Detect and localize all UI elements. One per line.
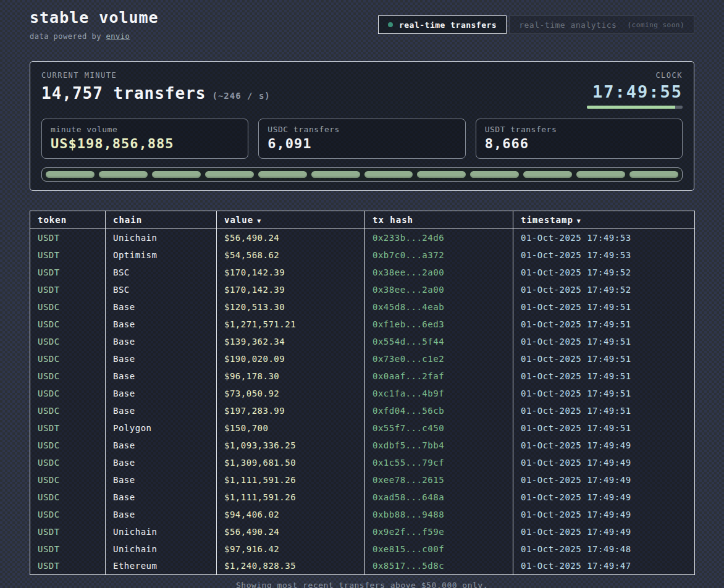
powered-by: data powered by envio — [30, 32, 159, 41]
transfers-rate: (~246 / s) — [212, 91, 270, 101]
table-row: USDCBase$197,283.990xfd04...56cb01-Oct-2… — [30, 402, 695, 419]
cell-timestamp: 01-Oct-2025 17:49:51 — [513, 333, 695, 350]
table-row: USDCBase$1,111,591.260xad58...648a01-Oct… — [30, 489, 695, 506]
cell-tx-hash[interactable]: 0xee78...2615 — [365, 471, 513, 489]
cell-tx-hash[interactable]: 0xf1eb...6ed3 — [365, 316, 513, 333]
clock-progress — [587, 106, 683, 109]
clock-block: CLOCK 17:49:55 — [587, 71, 683, 109]
cell-token: USDC — [30, 298, 106, 316]
cell-value: $1,093,336.25 — [217, 437, 365, 454]
coming-soon-badge: (coming soon) — [627, 21, 684, 29]
cell-token: USDC — [30, 385, 106, 402]
cell-chain: Base — [106, 402, 217, 419]
cell-value: $56,490.24 — [217, 229, 365, 246]
stat-box-minute-volume: minute volume US$198,856,885 — [41, 119, 248, 159]
cell-tx-hash[interactable]: 0xc1fa...4b9f — [365, 385, 513, 402]
cell-value: $120,513.30 — [217, 298, 365, 316]
stat-box-usdc-transfers: USDC transfers 6,091 — [258, 119, 465, 159]
cell-token: USDT — [30, 229, 106, 246]
stat-label: USDT transfers — [485, 125, 673, 134]
minute-segment — [417, 171, 466, 178]
clock-time: 17:49:55 — [587, 82, 683, 101]
cell-timestamp: 01-Oct-2025 17:49:51 — [513, 368, 695, 385]
cell-tx-hash[interactable]: 0xb7c0...a372 — [365, 246, 513, 264]
minute-segments — [41, 167, 683, 182]
cell-token: USDT — [30, 419, 106, 437]
topbar: stable volume data powered by envio real… — [30, 9, 694, 41]
cell-tx-hash[interactable]: 0xfd04...56cb — [365, 402, 513, 419]
table-row: USDTUnichain$56,490.240x9e2f...f59e01-Oc… — [30, 523, 695, 540]
tab-label: real-time transfers — [399, 20, 497, 30]
cell-timestamp: 01-Oct-2025 17:49:52 — [513, 264, 695, 281]
cell-tx-hash[interactable]: 0x38ee...2a00 — [365, 281, 513, 298]
cell-chain: Base — [106, 298, 217, 316]
page-title: stable volume — [30, 9, 159, 27]
live-dot-icon — [388, 22, 393, 27]
cell-token: USDT — [30, 281, 106, 298]
cell-value: $197,283.99 — [217, 402, 365, 419]
minute-segment — [576, 171, 625, 178]
minute-segment — [470, 171, 519, 178]
column-header-tx-hash: tx hash — [365, 211, 513, 229]
tab-label: real-time analytics — [519, 20, 617, 30]
cell-tx-hash[interactable]: 0x1c55...79cf — [365, 454, 513, 471]
cell-token: USDC — [30, 489, 106, 506]
cell-timestamp: 01-Oct-2025 17:49:51 — [513, 402, 695, 419]
cell-tx-hash[interactable]: 0x233b...24d6 — [365, 229, 513, 246]
cell-tx-hash[interactable]: 0xbb88...9488 — [365, 506, 513, 523]
cell-timestamp: 01-Oct-2025 17:49:53 — [513, 246, 695, 264]
cell-tx-hash[interactable]: 0xe815...c00f — [365, 540, 513, 558]
tab-bar: real-time transfers real-time analytics … — [378, 15, 694, 34]
current-minute-panel: CURRENT MINUTE 14,757 transfers (~246 / … — [30, 61, 694, 191]
minute-segment — [523, 171, 572, 178]
envio-link[interactable]: envio — [106, 32, 130, 41]
stat-value: 8,666 — [485, 136, 673, 151]
cell-chain: Optimism — [106, 246, 217, 264]
cell-tx-hash[interactable]: 0x8517...5d8c — [365, 558, 513, 575]
cell-timestamp: 01-Oct-2025 17:49:48 — [513, 540, 695, 558]
cell-value: $94,406.02 — [217, 506, 365, 523]
cell-value: $96,178.30 — [217, 368, 365, 385]
cell-chain: Base — [106, 437, 217, 454]
cell-tx-hash[interactable]: 0x0aaf...2faf — [365, 368, 513, 385]
cell-timestamp: 01-Oct-2025 17:49:49 — [513, 523, 695, 540]
cell-tx-hash[interactable]: 0x45d8...4eab — [365, 298, 513, 316]
cell-chain: Base — [106, 368, 217, 385]
page: stable volume data powered by envio real… — [0, 0, 724, 588]
transfers-table: token chain value▼ tx hash timestamp▼ US… — [30, 211, 695, 575]
cell-chain: Base — [106, 333, 217, 350]
table-row: USDTUnichain$97,916.420xe815...c00f01-Oc… — [30, 540, 695, 558]
transfers-summary: CURRENT MINUTE 14,757 transfers (~246 / … — [41, 71, 271, 103]
cell-tx-hash[interactable]: 0x73e0...c1e2 — [365, 350, 513, 368]
cell-token: USDT — [30, 246, 106, 264]
minute-segment — [629, 171, 678, 178]
cell-value: $1,240,828.35 — [217, 558, 365, 575]
cell-tx-hash[interactable]: 0x554d...5f44 — [365, 333, 513, 350]
cell-tx-hash[interactable]: 0xad58...648a — [365, 489, 513, 506]
title-block: stable volume data powered by envio — [30, 9, 159, 41]
column-header-value[interactable]: value▼ — [217, 211, 365, 229]
table-row: USDCBase$94,406.020xbb88...948801-Oct-20… — [30, 506, 695, 523]
cell-token: USDC — [30, 402, 106, 419]
cell-tx-hash[interactable]: 0x9e2f...f59e — [365, 523, 513, 540]
cell-token: USDC — [30, 506, 106, 523]
cell-tx-hash[interactable]: 0x55f7...c450 — [365, 419, 513, 437]
tab-real-time-analytics[interactable]: real-time analytics (coming soon) — [509, 15, 694, 34]
minute-segment — [46, 171, 95, 178]
cell-value: $170,142.39 — [217, 281, 365, 298]
cell-tx-hash[interactable]: 0xdbf5...7bb4 — [365, 437, 513, 454]
cell-value: $190,020.09 — [217, 350, 365, 368]
column-header-timestamp[interactable]: timestamp▼ — [513, 211, 695, 229]
table-row: USDCBase$96,178.300x0aaf...2faf01-Oct-20… — [30, 368, 695, 385]
cell-chain: Unichain — [106, 229, 217, 246]
cell-token: USDC — [30, 471, 106, 489]
cell-timestamp: 01-Oct-2025 17:49:51 — [513, 298, 695, 316]
tab-real-time-transfers[interactable]: real-time transfers — [378, 15, 507, 34]
stat-box-usdt-transfers: USDT transfers 8,666 — [476, 119, 683, 159]
transfers-count: 14,757 transfers — [41, 84, 206, 103]
cell-chain: Base — [106, 506, 217, 523]
cell-value: $1,111,591.26 — [217, 489, 365, 506]
cell-token: USDT — [30, 523, 106, 540]
table-row: USDTBSC$170,142.390x38ee...2a0001-Oct-20… — [30, 264, 695, 281]
cell-tx-hash[interactable]: 0x38ee...2a00 — [365, 264, 513, 281]
